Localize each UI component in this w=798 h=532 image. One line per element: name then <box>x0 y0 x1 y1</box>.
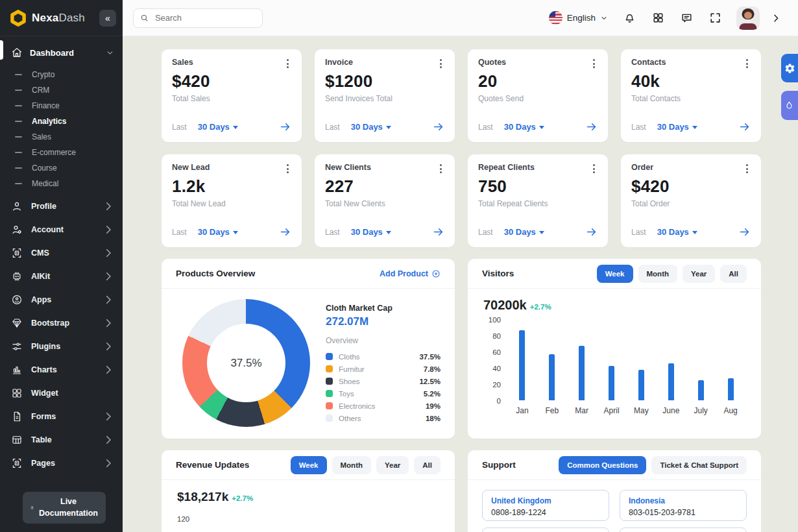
period-dropdown[interactable]: 30 Days <box>504 122 544 132</box>
caret-down-icon <box>692 126 697 129</box>
support-contact-box[interactable] <box>482 527 609 532</box>
bar-july[interactable] <box>698 380 704 400</box>
sidebar-item-bootstrap[interactable]: Bootstrap <box>11 311 114 335</box>
visitors-tab-month[interactable]: Month <box>638 265 677 283</box>
period-dropdown[interactable]: 30 Days <box>504 227 544 237</box>
arrow-right-icon[interactable] <box>279 226 291 238</box>
sidebar-subitem-crm[interactable]: CRM <box>11 82 114 98</box>
period-dropdown[interactable]: 30 Days <box>198 122 238 132</box>
dash-icon <box>15 105 22 106</box>
support-contact-united-kingdom[interactable]: United Kingdom0808-189-1224 <box>482 490 609 521</box>
live-documentation-button[interactable]: Live Documentation <box>23 492 106 524</box>
period-dropdown[interactable]: 30 Days <box>657 227 697 237</box>
sidebar-item-charts[interactable]: Charts <box>11 358 114 381</box>
kebab-menu-icon[interactable] <box>744 58 751 69</box>
kebab-menu-icon[interactable] <box>590 58 598 69</box>
period-dropdown[interactable]: 30 Days <box>657 122 697 132</box>
sidebar-item-aikit[interactable]: AIKit <box>11 265 114 288</box>
bar-jan[interactable] <box>519 330 525 400</box>
sidebar-subitem-crypto[interactable]: Crypto <box>11 67 114 82</box>
bar-april[interactable] <box>609 366 614 400</box>
revenue-tab-week[interactable]: Week <box>291 456 327 474</box>
kebab-menu-icon[interactable] <box>437 58 444 69</box>
sidebar-subitem-course[interactable]: Course <box>11 160 114 176</box>
visitors-period-tabs: WeekMonthYearAll <box>597 265 747 283</box>
kebab-menu-icon[interactable] <box>284 58 291 69</box>
arrow-right-icon[interactable] <box>738 121 751 133</box>
bar-may[interactable] <box>638 370 644 400</box>
sidebar-collapse-button[interactable]: « <box>99 10 116 27</box>
revenue-tab-all[interactable]: All <box>414 456 441 474</box>
arrow-right-icon[interactable] <box>279 121 291 133</box>
period-value: 30 Days <box>351 227 383 237</box>
revenue-tab-year[interactable]: Year <box>376 456 409 474</box>
visitors-title: Visitors <box>482 269 514 278</box>
revenue-tab-month[interactable]: Month <box>332 456 371 474</box>
apps-grid-icon[interactable] <box>652 12 664 24</box>
visitors-card: Visitors WeekMonthYearAll 70200k +2.7% 1… <box>468 259 761 439</box>
fullscreen-icon[interactable] <box>709 12 721 24</box>
sidebar-item-widget[interactable]: Widget <box>11 381 114 405</box>
bar-aug[interactable] <box>728 378 734 400</box>
kebab-menu-icon[interactable] <box>437 163 444 175</box>
sidebar-item-apps[interactable]: Apps <box>11 288 114 311</box>
period-dropdown[interactable]: 30 Days <box>351 122 391 132</box>
sidebar-item-label: Table <box>31 435 52 444</box>
stat-card-invoice: Invoice$1200Send Invoices TotalLast30 Da… <box>315 49 455 142</box>
sidebar-item-label: Widget <box>31 389 58 398</box>
period-label: Last <box>478 228 493 237</box>
sidebar-item-pages[interactable]: Pages <box>11 452 114 475</box>
notifications-bell-icon[interactable] <box>623 12 636 24</box>
sidebar-subitem-label: Crypto <box>32 70 54 79</box>
arrow-right-icon[interactable] <box>585 121 598 133</box>
chat-icon[interactable] <box>681 12 693 24</box>
arrow-right-icon[interactable] <box>738 226 751 238</box>
stat-card-value: $1200 <box>325 71 444 91</box>
add-product-button[interactable]: Add Product <box>380 269 441 278</box>
kebab-menu-icon[interactable] <box>590 163 598 175</box>
language-selector[interactable]: English <box>549 11 608 25</box>
visitors-tab-year[interactable]: Year <box>683 265 715 283</box>
sidebar-item-label: CMS <box>31 248 49 258</box>
sidebar-item-plugins[interactable]: Plugins <box>11 335 114 358</box>
legend-row-toys: Toys5.2% <box>326 387 441 400</box>
sidebar-item-account[interactable]: Account <box>11 218 114 241</box>
sidebar-item-table[interactable]: Table <box>11 428 114 452</box>
sidebar-subitem-sales[interactable]: Sales <box>11 129 114 145</box>
user-avatar[interactable] <box>736 6 760 30</box>
period-dropdown[interactable]: 30 Days <box>198 227 238 237</box>
sidebar-subitem-e-commerce[interactable]: E-commerce <box>11 145 114 160</box>
stat-card-contacts: Contacts40kTotal ContactsLast30 Days <box>621 49 761 142</box>
stat-card-subtitle: Total Contacts <box>631 94 751 103</box>
bar-mar[interactable] <box>579 346 585 400</box>
support-contact-box[interactable] <box>620 527 747 532</box>
period-dropdown[interactable]: 30 Days <box>351 227 391 237</box>
arrow-right-icon[interactable] <box>585 226 598 238</box>
x-tick: Mar <box>569 406 595 415</box>
chevron-right-icon <box>103 411 114 422</box>
sidebar-subitem-finance[interactable]: Finance <box>11 98 114 114</box>
theme-color-button[interactable] <box>781 91 798 120</box>
visitors-tab-week[interactable]: Week <box>597 265 633 283</box>
settings-gear-button[interactable] <box>781 54 798 82</box>
support-tab-common-questions[interactable]: Common Questions <box>559 456 646 474</box>
arrow-right-icon[interactable] <box>432 121 444 133</box>
arrow-right-icon[interactable] <box>432 226 444 238</box>
sidebar-item-dashboard[interactable]: Dashboard <box>11 43 114 62</box>
caret-down-icon <box>386 126 391 129</box>
sidebar-subitem-medical[interactable]: Medical <box>11 176 114 191</box>
bar-june[interactable] <box>668 363 674 400</box>
support-contact-indonesia[interactable]: Indonesia803-015-203-9781 <box>620 490 747 521</box>
kebab-menu-icon[interactable] <box>284 163 291 175</box>
sidebar-item-profile[interactable]: Profile <box>11 195 114 218</box>
bar-feb[interactable] <box>549 354 555 400</box>
sidebar-item-forms[interactable]: Forms <box>11 405 114 428</box>
chevron-right-icon[interactable] <box>771 13 781 23</box>
sidebar-subitem-analytics[interactable]: Analytics <box>11 114 114 129</box>
sidebar-item-cms[interactable]: CMS <box>11 241 114 265</box>
support-tab-ticket-chat-support[interactable]: Ticket & Chat Support <box>651 456 747 474</box>
kebab-menu-icon[interactable] <box>744 163 751 175</box>
search-box[interactable] <box>133 8 263 28</box>
search-input[interactable] <box>154 12 256 23</box>
visitors-tab-all[interactable]: All <box>720 265 747 283</box>
